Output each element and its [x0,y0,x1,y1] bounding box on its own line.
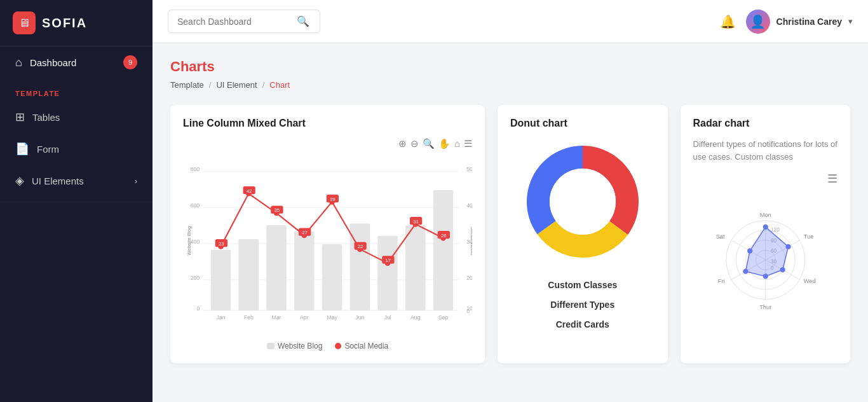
sidebar-item-label: Tables [32,112,60,123]
user-menu[interactable]: 👤 Christina Carey ▾ [746,10,853,34]
legend-line-label: Social Media [344,342,388,350]
legend-bar-icon [267,343,275,349]
svg-text:50: 50 [466,166,472,172]
svg-text:200: 200 [191,275,200,281]
label-jul: 17 [386,258,391,263]
label-jun: 22 [358,244,363,249]
breadcrumb: Template / UI Element / Chart [170,80,850,90]
pan-icon[interactable]: ✋ [438,138,451,149]
radar-chart-svg-wrap: 120 90 60 30 0 [693,191,838,325]
label-may: 39 [330,197,336,202]
donut-center [550,169,616,235]
svg-text:May: May [327,314,337,321]
radar-chart-svg: 120 90 60 30 0 [693,191,838,322]
avatar: 👤 [746,10,770,34]
home-icon[interactable]: ⌂ [454,138,460,149]
sidebar-divider [0,202,153,202]
legend-item-custom-classes: Custom Classes [548,275,617,295]
ui-elements-icon: ◈ [15,174,24,188]
radar-menu-icon[interactable]: ☰ [693,172,838,186]
label-feb: 42 [247,188,252,194]
bar-feb [239,239,259,310]
logo-icon: 🖥 [13,11,36,34]
legend-item-different-types: Different Types [548,295,617,315]
radar-label-fri: Fri [717,278,724,284]
radar-label-tue: Tue [803,233,813,240]
svg-text:Jun: Jun [355,314,364,321]
radar-label-mon: Mon [759,212,771,218]
label-sep: 26 [441,233,447,239]
sidebar-item-form[interactable]: 📄 Form [0,133,153,165]
breadcrumb-template[interactable]: Template [170,80,204,90]
radar-label-thur: Thur [759,304,771,310]
legend-social-media: Social Media [335,342,388,350]
template-section-label: TEMPLATE [0,78,153,101]
search-input[interactable] [177,17,292,27]
zoom-in-icon[interactable]: ⊕ [398,138,407,149]
form-icon: 📄 [15,142,29,156]
bar-sep [433,190,454,310]
sidebar-item-ui-elements[interactable]: ◈ UI Elements › [0,165,153,197]
radar-chart-title: Radar chart [693,118,838,129]
home-icon: ⌂ [15,56,22,69]
radar-chart-card: Radar chart Different types of notificat… [681,105,851,363]
breadcrumb-sep-1: / [209,80,212,90]
legend-bar-label: Website Blog [278,342,322,350]
bar-apr [294,232,315,310]
radar-point-sat [747,248,752,253]
svg-text:Website Blog: Website Blog [186,226,192,256]
svg-text:600: 600 [191,202,200,209]
menu-icon[interactable]: ☰ [464,138,472,149]
zoom-out-icon[interactable]: ⊖ [410,138,419,149]
svg-text:40: 40 [466,202,472,209]
breadcrumb-chart[interactable]: Chart [269,80,290,90]
sidebar-item-tables[interactable]: ⊞ Tables [0,101,153,133]
svg-text:Aug: Aug [410,314,421,321]
label-apr: 27 [302,230,308,235]
radar-point-fri [743,269,748,274]
dashboard-badge: 9 [123,55,137,69]
radar-label-sat: Sat [715,233,724,240]
radar-label-wed: Wed [803,278,815,284]
donut-chart-svg [519,138,646,265]
legend-item-credit-cards: Credit Cards [548,315,617,335]
svg-text:Jul: Jul [384,314,391,321]
main-area: 🔍 🔔 👤 Christina Carey ▾ Charts Template … [153,0,868,402]
svg-text:20: 20 [466,275,472,281]
svg-text:0: 0 [196,305,200,312]
radar-point-mon [763,225,768,230]
mixed-chart-svg: 800 600 400 200 0 50 40 30 20 10 0 Websi [183,155,472,335]
sidebar-item-label: Dashboard [30,57,76,68]
header: 🔍 🔔 👤 Christina Carey ▾ [153,0,868,43]
mixed-chart-title: Line Column Mixed Chart [183,118,472,129]
bar-mar [266,225,287,310]
donut-chart-card: Donut chart [498,105,668,363]
sidebar-item-dashboard[interactable]: ⌂ Dashboard 9 [0,46,153,78]
bar-jan [211,250,231,310]
logo-text: SOFIA [42,16,87,31]
search-box[interactable]: 🔍 [168,10,320,33]
search-icon: 🔍 [297,15,309,27]
page-title: Charts [170,59,850,75]
bar-may [322,244,342,310]
zoom-reset-icon[interactable]: 🔍 [423,138,435,149]
svg-text:Sep: Sep [438,314,449,321]
mixed-chart-legend: Website Blog Social Media [183,342,472,350]
mixed-chart-card: Line Column Mixed Chart ⊕ ⊖ 🔍 ✋ ⌂ ☰ 800 … [170,105,485,363]
radar-chart-subtitle: Different types of notifications for lot… [693,138,838,163]
svg-text:Jan: Jan [216,314,225,321]
donut-legend: Custom Classes Different Types Credit Ca… [548,275,617,334]
bell-icon[interactable]: 🔔 [720,14,736,29]
content-area: Charts Template / UI Element / Chart Lin… [153,43,868,402]
legend-line-icon [335,343,341,349]
radar-point-thur [763,274,768,279]
breadcrumb-ui-element[interactable]: UI Element [216,80,257,90]
radar-point-tue [785,244,790,249]
svg-text:Mar: Mar [271,314,281,321]
svg-text:800: 800 [191,166,200,172]
bar-aug [405,225,426,310]
bar-jul [377,236,398,310]
sidebar-logo: 🖥 SOFIA [0,0,153,46]
sidebar: 🖥 SOFIA ⌂ Dashboard 9 TEMPLATE ⊞ Tables … [0,0,153,402]
label-mar: 35 [275,207,280,213]
